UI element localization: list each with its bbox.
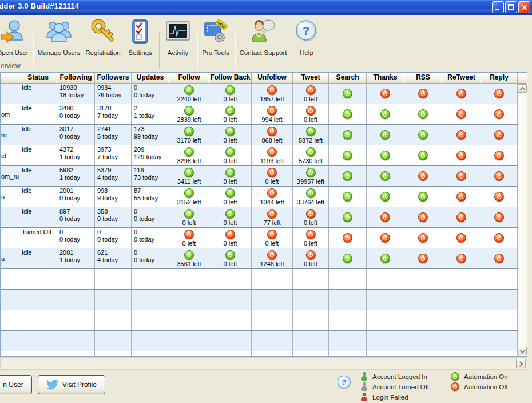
- rss-toggle[interactable]: [404, 187, 442, 207]
- rss-toggle[interactable]: [404, 125, 442, 145]
- unfollow-toggle[interactable]: 1044 left: [252, 187, 293, 207]
- thanks-toggle[interactable]: [367, 187, 404, 207]
- search-toggle[interactable]: [329, 145, 367, 165]
- account-row[interactable]: ruIdle30170 today27415 today17399 today3…: [1, 125, 527, 145]
- toolbar-manage-users[interactable]: Manage Users: [33, 17, 85, 61]
- scroll-up-button[interactable]: [518, 84, 527, 93]
- unfollow-toggle[interactable]: 77 left: [252, 207, 293, 227]
- follow-toggle[interactable]: 2240 left: [169, 84, 209, 104]
- column-header-follow[interactable]: Follow: [169, 73, 209, 83]
- open-user-footer-button[interactable]: n User: [0, 375, 32, 394]
- account-row[interactable]: Idle8970 today3580 today00 today0 left0 …: [1, 207, 527, 228]
- thanks-toggle[interactable]: [367, 145, 404, 165]
- column-header-status[interactable]: Status: [19, 73, 57, 83]
- column-header-follow-back[interactable]: Follow Back: [209, 73, 252, 83]
- title-bar[interactable]: dder 3.0 Build#121114: [0, 0, 532, 15]
- tweet-toggle[interactable]: 0 left: [293, 207, 329, 227]
- retweet-toggle[interactable]: [442, 207, 481, 227]
- search-toggle[interactable]: [329, 104, 367, 124]
- thanks-toggle[interactable]: [367, 166, 404, 186]
- rss-toggle[interactable]: [404, 84, 442, 104]
- minimize-button[interactable]: [492, 1, 504, 13]
- tweet-toggle[interactable]: 0 left: [293, 84, 329, 104]
- follow-toggle[interactable]: 2839 left: [169, 104, 209, 124]
- search-toggle[interactable]: [329, 248, 367, 268]
- retweet-toggle[interactable]: [442, 248, 481, 268]
- retweet-toggle[interactable]: [442, 166, 481, 186]
- retweet-toggle[interactable]: [442, 84, 481, 104]
- follow-toggle[interactable]: 3561 left: [169, 248, 209, 268]
- search-toggle[interactable]: [329, 125, 367, 145]
- follow-toggle[interactable]: 3170 left: [169, 125, 209, 145]
- retweet-toggle[interactable]: [442, 145, 481, 165]
- follow-toggle[interactable]: 3411 left: [169, 166, 209, 186]
- tweet-toggle[interactable]: 0 left: [293, 104, 329, 124]
- visit-profile-button[interactable]: Visit Profile: [38, 375, 105, 394]
- search-toggle[interactable]: [329, 187, 367, 207]
- column-header-rss[interactable]: RSS: [404, 73, 442, 83]
- unfollow-toggle[interactable]: 868 left: [252, 125, 293, 145]
- scroll-right-button[interactable]: [516, 359, 526, 368]
- search-toggle[interactable]: [329, 228, 367, 248]
- column-header-retweet[interactable]: ReTweet: [442, 73, 481, 83]
- account-row[interactable]: Turned Off00 today00 today00 today0 left…: [1, 228, 527, 248]
- toolbar-help[interactable]: ?Help: [292, 17, 321, 61]
- follow-back-toggle[interactable]: 0 left: [209, 187, 252, 207]
- toolbar-registration[interactable]: Registration: [80, 17, 126, 61]
- unfollow-toggle[interactable]: 1193 left: [252, 145, 293, 165]
- close-button[interactable]: [518, 1, 530, 13]
- account-row[interactable]: om_ruIdle59821 today53794 today11673 tod…: [1, 166, 527, 187]
- unfollow-toggle[interactable]: 0 left: [252, 228, 293, 248]
- thanks-toggle[interactable]: [367, 84, 404, 104]
- retweet-toggle[interactable]: [442, 228, 481, 248]
- follow-back-toggle[interactable]: 0 left: [209, 145, 252, 165]
- account-row[interactable]: etIdle43721 today39737 today209129 today…: [1, 145, 527, 166]
- rss-toggle[interactable]: [404, 207, 442, 227]
- retweet-toggle[interactable]: [442, 125, 481, 145]
- tweet-toggle[interactable]: 0 left: [293, 228, 329, 248]
- account-row[interactable]: uIdle20011 today6214 today00 today3561 l…: [1, 248, 527, 269]
- follow-toggle[interactable]: 3152 left: [169, 187, 209, 207]
- column-header-updates[interactable]: Updates: [132, 73, 169, 83]
- thanks-toggle[interactable]: [367, 125, 404, 145]
- unfollow-toggle[interactable]: 1857 left: [252, 84, 293, 104]
- rss-toggle[interactable]: [404, 166, 442, 186]
- follow-back-toggle[interactable]: 0 left: [209, 228, 252, 248]
- reply-toggle[interactable]: [481, 125, 518, 145]
- reply-toggle[interactable]: [481, 207, 518, 227]
- search-toggle[interactable]: [329, 84, 367, 104]
- thanks-toggle[interactable]: [367, 207, 404, 227]
- toolbar-settings[interactable]: Settings: [122, 17, 158, 61]
- toolbar-activity[interactable]: Activity: [160, 17, 196, 61]
- toolbar-open-user[interactable]: Open User: [0, 17, 33, 61]
- unfollow-toggle[interactable]: 994 left: [252, 104, 293, 124]
- follow-toggle[interactable]: 0 left: [169, 228, 209, 248]
- horizontal-scrollbar[interactable]: [0, 357, 527, 370]
- reply-toggle[interactable]: [481, 166, 518, 186]
- rss-toggle[interactable]: [404, 104, 442, 124]
- reply-toggle[interactable]: [481, 187, 518, 207]
- retweet-toggle[interactable]: [442, 104, 481, 124]
- tweet-toggle[interactable]: 0 left: [293, 248, 329, 268]
- reply-toggle[interactable]: [481, 84, 518, 104]
- tweet-toggle[interactable]: 5730 left: [293, 145, 329, 165]
- tweet-toggle[interactable]: 33764 left: [293, 187, 329, 207]
- column-header-following[interactable]: Following: [57, 73, 95, 83]
- account-row[interactable]: uIdle20010 today9989 today8755 today3152…: [1, 187, 527, 207]
- column-header-search[interactable]: Search: [329, 73, 367, 83]
- reply-toggle[interactable]: [481, 248, 518, 268]
- search-toggle[interactable]: [329, 166, 367, 186]
- tweet-toggle[interactable]: 39957 left: [293, 166, 329, 186]
- follow-back-toggle[interactable]: 0 left: [209, 84, 252, 104]
- account-row[interactable]: omIdle34900 today31707 today21 today2839…: [1, 104, 527, 125]
- vertical-scrollbar[interactable]: [518, 84, 527, 356]
- maximize-button[interactable]: [505, 1, 517, 13]
- help-icon[interactable]: ?: [336, 374, 352, 390]
- follow-back-toggle[interactable]: 0 left: [209, 166, 252, 186]
- scroll-down-button[interactable]: [518, 347, 527, 355]
- thanks-toggle[interactable]: [367, 228, 404, 248]
- overview-tab-label[interactable]: erview: [1, 62, 21, 70]
- follow-toggle[interactable]: 0 left: [169, 207, 209, 227]
- follow-back-toggle[interactable]: 0 left: [209, 104, 252, 124]
- rss-toggle[interactable]: [404, 248, 442, 268]
